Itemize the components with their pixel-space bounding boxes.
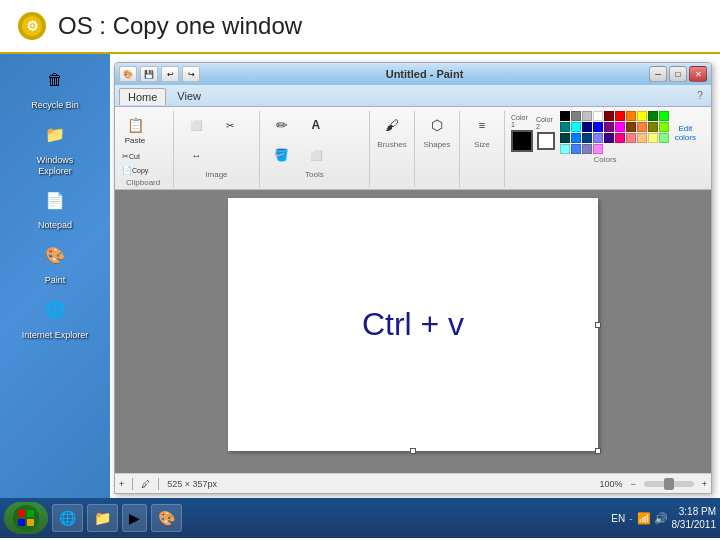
taskbar-language: EN [611, 513, 625, 524]
color-cell[interactable] [571, 144, 581, 154]
desktop-icon-ie[interactable]: 🌐 Internet Explorer [20, 292, 90, 341]
color1-label: Color 1 [511, 114, 533, 128]
resize-handle-right[interactable] [595, 322, 601, 328]
resize-button[interactable]: ↔ [180, 141, 212, 169]
color-cell[interactable] [582, 111, 592, 121]
resize-handle-bottom[interactable] [410, 448, 416, 454]
color-cell[interactable] [560, 144, 570, 154]
color-cell[interactable] [615, 122, 625, 132]
color-cell[interactable] [615, 133, 625, 143]
cut-button[interactable]: ✂ Cut [119, 150, 151, 163]
color-cell[interactable] [626, 122, 636, 132]
paint-canvas[interactable]: Ctrl + v [228, 198, 598, 451]
color-cell[interactable] [593, 133, 603, 143]
color-cell[interactable] [560, 111, 570, 121]
quick-save[interactable]: 💾 [140, 66, 158, 82]
text-button[interactable]: A [300, 111, 332, 139]
color-cell[interactable] [604, 133, 614, 143]
statusbar-right: 100% − + [599, 479, 707, 489]
color-cell[interactable] [648, 111, 658, 121]
close-button[interactable]: ✕ [689, 66, 707, 82]
pencil-button[interactable]: ✏ [266, 111, 298, 139]
taskbar-ie[interactable]: 🌐 [52, 504, 83, 532]
crop-button[interactable]: ✂ [214, 111, 246, 139]
tab-home[interactable]: Home [119, 88, 166, 105]
color-cell[interactable] [571, 122, 581, 132]
color-cell[interactable] [659, 122, 669, 132]
desktop-icon-recycle[interactable]: 🗑 Recycle Bin [20, 62, 90, 111]
shapes-button[interactable]: ⬡ [421, 111, 453, 139]
zoom-slider[interactable] [644, 481, 694, 487]
color-cell[interactable] [582, 122, 592, 132]
statusbar-dimensions: 525 × 357px [167, 479, 217, 489]
desktop-icon-paint[interactable]: 🎨 Paint [20, 237, 90, 286]
fill-button[interactable]: 🪣 [266, 141, 298, 169]
taskbar-media-icon: ▶ [129, 510, 140, 526]
color-cell[interactable] [648, 122, 658, 132]
color-cell[interactable] [582, 133, 592, 143]
color-cell[interactable] [648, 133, 658, 143]
edit-colors-button[interactable]: Edit colors [672, 124, 699, 142]
color-cell[interactable] [560, 122, 570, 132]
taskbar-media[interactable]: ▶ [122, 504, 147, 532]
color-cell[interactable] [604, 122, 614, 132]
copy-button[interactable]: 📄 Copy [119, 164, 151, 177]
color-cell[interactable] [626, 111, 636, 121]
color-cell[interactable] [659, 133, 669, 143]
tab-view[interactable]: View [169, 88, 209, 104]
color-cell[interactable] [626, 133, 636, 143]
desktop-icon-explorer[interactable]: 📁 Windows Explorer [20, 117, 90, 177]
paint-window: 🎨 💾 ↩ ↪ Untitled - Paint ─ □ ✕ Home View… [114, 62, 712, 494]
color-cell[interactable] [571, 111, 581, 121]
ribbon-shapes: ⬡ Shapes [421, 111, 460, 187]
zoom-out-icon[interactable]: − [630, 479, 635, 489]
speaker-icon: 🔊 [654, 512, 668, 525]
color-cell[interactable] [637, 133, 647, 143]
zoom-thumb[interactable] [664, 478, 674, 490]
color-cell[interactable] [582, 144, 592, 154]
quick-redo[interactable]: ↪ [182, 66, 200, 82]
help-icon[interactable]: ? [693, 89, 707, 103]
color1-swatch[interactable] [511, 130, 533, 152]
titlebar-controls: ─ □ ✕ [649, 66, 707, 82]
eraser-button[interactable]: ⬜ [300, 141, 332, 169]
color-cell[interactable] [604, 111, 614, 121]
taskbar-explorer[interactable]: 📁 [87, 504, 118, 532]
taskbar-paint[interactable]: 🎨 [151, 504, 182, 532]
statusbar-add-icon: + [119, 479, 124, 489]
color-cell[interactable] [593, 122, 603, 132]
maximize-button[interactable]: □ [669, 66, 687, 82]
paste-label: Paste [125, 136, 145, 145]
paste-button[interactable]: 📋 Paste [119, 111, 151, 148]
zoom-in-icon[interactable]: + [702, 479, 707, 489]
color-cell[interactable] [659, 111, 669, 121]
resize-handle-corner[interactable] [595, 448, 601, 454]
color-cell[interactable] [560, 133, 570, 143]
color-cell[interactable] [571, 133, 581, 143]
quick-undo[interactable]: ↩ [161, 66, 179, 82]
color-cell[interactable] [637, 122, 647, 132]
clipboard-buttons: 📋 Paste ✂ Cut 📄 Copy [119, 111, 167, 177]
windows-logo-icon [12, 504, 40, 532]
color2-swatch[interactable] [537, 132, 555, 150]
shapes-icon: ⬡ [425, 114, 449, 136]
select-button[interactable]: ⬜ [180, 111, 212, 139]
color-cell[interactable] [637, 111, 647, 121]
desktop-icon-notepad[interactable]: 📄 Notepad [20, 182, 90, 231]
ribbon-brushes: 🖌 Brushes [376, 111, 415, 187]
ie-label: Internet Explorer [22, 330, 89, 341]
size-button[interactable]: ≡ [466, 111, 498, 139]
start-button[interactable] [4, 502, 48, 534]
clipboard-label: Clipboard [126, 178, 160, 187]
taskbar-ie-icon: 🌐 [59, 510, 76, 526]
canvas-container[interactable]: Ctrl + v [115, 190, 711, 473]
minimize-button[interactable]: ─ [649, 66, 667, 82]
color-cell[interactable] [593, 144, 603, 154]
ribbon-tools: ✏ A 🪣 ⬜ Tools [266, 111, 370, 187]
color-cell[interactable] [615, 111, 625, 121]
brush-button[interactable]: 🖌 [376, 111, 408, 139]
copy-label: Copy [132, 167, 148, 174]
svg-rect-5 [27, 510, 34, 517]
color-cell[interactable] [593, 111, 603, 121]
statusbar-divider1 [132, 478, 133, 490]
